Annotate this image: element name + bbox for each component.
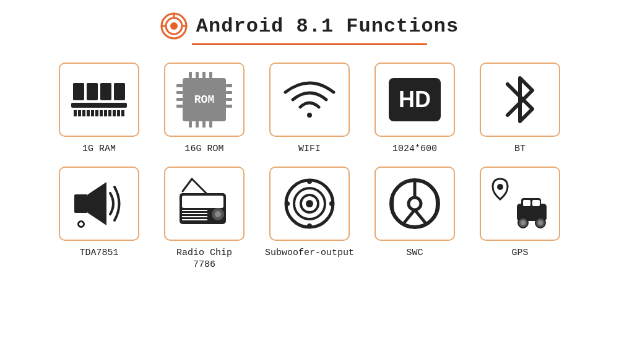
ram-icon-box [59, 63, 139, 137]
svg-point-27 [285, 201, 290, 206]
svg-line-12 [183, 179, 192, 191]
rom-label: 16G ROM [184, 143, 223, 155]
bt-label: BT [514, 143, 526, 155]
svg-point-2 [170, 22, 178, 30]
subwoofer-icon [282, 176, 337, 232]
swc-label: SWC [406, 247, 423, 259]
subwoofer-icon-box [269, 167, 350, 241]
svg-line-32 [404, 210, 415, 223]
feature-rom: ROM 16G ROM [155, 63, 254, 155]
svg-point-10 [79, 222, 83, 226]
steering-wheel-icon [387, 176, 443, 232]
svg-point-28 [329, 201, 334, 206]
features-grid: 1G RAM [50, 63, 569, 271]
feature-ram: 1G RAM [50, 63, 149, 155]
svg-rect-42 [532, 200, 540, 206]
svg-point-26 [307, 223, 312, 228]
feature-gps: GPS [470, 167, 569, 271]
rom-icon-box: ROM [164, 63, 245, 137]
hd-label: 1024*600 [392, 143, 437, 155]
radio-icon [173, 176, 235, 232]
svg-point-6 [307, 113, 312, 118]
speaker-icon [68, 176, 130, 232]
feature-swc: SWC [365, 167, 464, 271]
gps-icon-box [480, 167, 560, 241]
speaker-label: TDA7851 [79, 247, 118, 259]
svg-point-38 [521, 220, 526, 225]
feature-subwoofer: Subwoofer-output [260, 167, 359, 271]
hd-icon-box: HD [374, 63, 455, 137]
ram-icon [71, 83, 127, 116]
wifi-label: WIFI [298, 143, 321, 155]
svg-rect-7 [74, 194, 88, 213]
svg-rect-14 [182, 196, 223, 208]
feature-bt: BT [470, 63, 569, 155]
gps-icon [489, 176, 551, 232]
page-title: Android 8.1 Functions [196, 15, 459, 38]
subwoofer-label: Subwoofer-output [265, 247, 354, 259]
svg-point-30 [409, 197, 421, 210]
svg-marker-8 [88, 182, 106, 225]
bt-icon-box [480, 63, 560, 137]
rom-icon: ROM [180, 75, 229, 124]
ram-label: 1G RAM [82, 143, 116, 155]
feature-hd: HD 1024*600 [365, 63, 464, 155]
wifi-icon [282, 75, 337, 124]
feature-speaker: TDA7851 [50, 167, 149, 271]
svg-point-20 [215, 211, 221, 217]
speaker-icon-box [59, 167, 139, 241]
svg-point-24 [306, 200, 313, 207]
page-header: Android 8.1 Functions [160, 12, 459, 40]
swc-icon-box [374, 167, 455, 241]
title-underline [192, 43, 427, 45]
gps-label: GPS [511, 247, 528, 259]
bluetooth-icon [498, 72, 542, 128]
svg-point-40 [538, 220, 543, 225]
hd-icon: HD [389, 78, 441, 121]
svg-line-33 [415, 210, 426, 223]
svg-rect-41 [523, 200, 530, 206]
svg-line-11 [192, 179, 207, 194]
feature-radio: Radio Chip 7786 [155, 167, 254, 271]
feature-wifi: WIFI [260, 63, 359, 155]
android-icon [160, 12, 188, 40]
svg-point-34 [497, 184, 503, 190]
wifi-icon-box [269, 63, 350, 137]
radio-icon-box [164, 167, 245, 241]
svg-point-25 [307, 179, 312, 184]
radio-label: Radio Chip 7786 [176, 247, 232, 271]
